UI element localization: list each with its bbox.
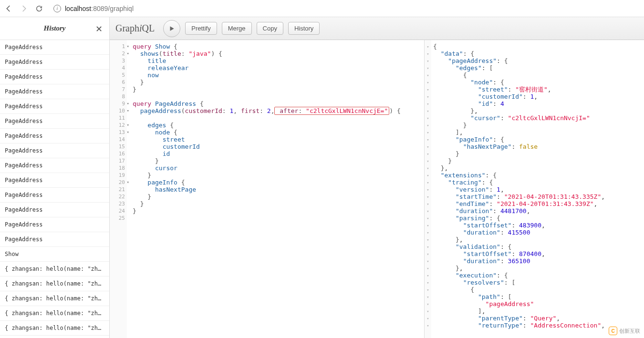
history-item[interactable]: PageAddress — [0, 55, 109, 70]
history-item[interactable]: PageAddress — [0, 143, 109, 158]
history-item[interactable]: PageAddress — [0, 40, 109, 55]
history-item[interactable]: PageAddress — [0, 173, 109, 188]
execute-button[interactable] — [163, 20, 180, 37]
result-code: { "data": { "pageAddress": { "edges": [ … — [431, 40, 644, 338]
watermark-text: 创新互联 — [619, 328, 640, 335]
forward-button[interactable] — [19, 4, 29, 13]
history-list[interactable]: PageAddressPageAddressPageAddressPageAdd… — [0, 40, 109, 338]
history-item[interactable]: { zhangsan: hello(name: "zhangs… — [0, 306, 109, 321]
prettify-button[interactable]: Prettify — [185, 22, 217, 35]
url-bar[interactable]: i localhost:8089/graphiql — [50, 5, 640, 12]
history-button[interactable]: History — [288, 22, 320, 35]
history-item[interactable]: PageAddress — [0, 217, 109, 232]
query-code[interactable]: query Show { shows(title: "java") { titl… — [127, 40, 424, 338]
history-item[interactable]: PageAddress — [0, 232, 109, 247]
history-item[interactable]: PageAddress — [0, 188, 109, 203]
line-gutter: 1234567891011121314151617181920212223242… — [110, 40, 127, 338]
history-item[interactable]: { zhangsan: hello(name: "zhangs… — [0, 321, 109, 336]
watermark: C 创新互联 — [609, 327, 640, 335]
history-item[interactable]: PageAddress — [0, 114, 109, 129]
history-item[interactable]: PageAddress — [0, 84, 109, 99]
url-text: localhost:8089/graphiql — [65, 5, 134, 12]
query-editor[interactable]: 1234567891011121314151617181920212223242… — [110, 40, 425, 338]
history-item[interactable]: PageAddress — [0, 70, 109, 84]
history-item[interactable]: { zhangsan: hello(name: "zhangs… — [0, 262, 109, 277]
history-item[interactable]: PageAddress — [0, 158, 109, 173]
result-gutter — [425, 40, 431, 338]
close-icon[interactable]: ✕ — [95, 24, 103, 34]
history-item[interactable]: PageAddress — [0, 99, 109, 114]
history-item[interactable]: PageAddress — [0, 203, 109, 217]
watermark-logo-icon: C — [609, 327, 617, 335]
reload-button[interactable] — [34, 4, 44, 13]
merge-button[interactable]: Merge — [222, 22, 252, 35]
history-header: History ✕ — [0, 17, 109, 40]
history-item[interactable]: { zhangsan: hello(name: "zhangs… — [0, 291, 109, 306]
graphiql-logo: GraphiQL — [115, 23, 155, 34]
history-item[interactable]: PageAddress — [0, 129, 109, 143]
graphiql-toolbar: GraphiQL Prettify Merge Copy History — [110, 17, 644, 40]
history-item[interactable]: Show — [0, 247, 109, 262]
result-pane: { "data": { "pageAddress": { "edges": [ … — [425, 40, 644, 338]
history-item[interactable]: { zhangsan: hello(name: "zhangs… — [0, 277, 109, 291]
history-panel: History ✕ PageAddressPageAddressPageAddr… — [0, 17, 110, 338]
back-button[interactable] — [4, 4, 13, 13]
info-icon: i — [53, 5, 61, 12]
history-title: History — [44, 24, 66, 32]
copy-button[interactable]: Copy — [257, 22, 283, 35]
browser-toolbar: i localhost:8089/graphiql — [0, 0, 644, 17]
